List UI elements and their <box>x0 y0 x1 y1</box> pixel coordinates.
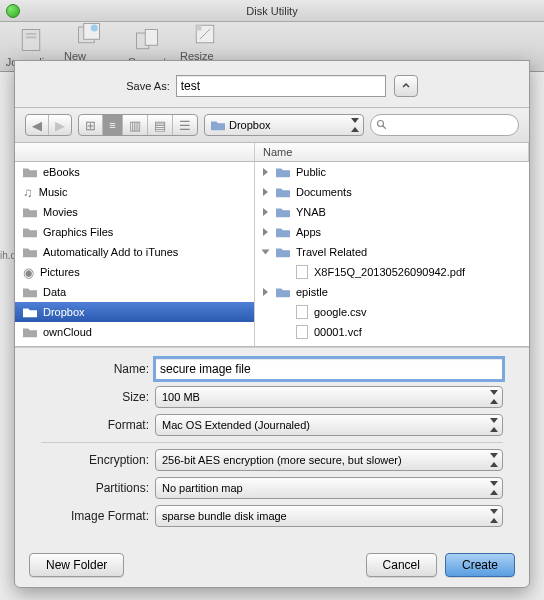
file-item-label: Documents <box>296 186 352 198</box>
sidebar-item-label: Graphics Files <box>43 226 113 238</box>
folder-icon <box>23 246 37 258</box>
sidebar-item[interactable]: Data <box>15 282 254 302</box>
file-item[interactable]: todo <box>255 342 529 346</box>
save-as-label: Save As: <box>126 80 169 92</box>
file-icon <box>296 305 308 319</box>
search-field[interactable] <box>370 114 519 136</box>
disclosure-icon[interactable] <box>263 288 268 296</box>
folder-icon <box>276 226 290 238</box>
column-name[interactable]: Name <box>255 143 529 161</box>
forward-button[interactable]: ▶ <box>49 115 71 135</box>
svg-rect-7 <box>145 29 157 45</box>
camera-icon: ◉ <box>23 265 34 280</box>
location-popup[interactable]: Dropbox <box>204 114 364 136</box>
sidebar-item[interactable]: ownCloud <box>15 322 254 342</box>
folder-icon <box>211 119 225 131</box>
view-icon-button[interactable]: ⊞ <box>79 115 103 135</box>
file-icon <box>296 325 308 339</box>
file-item-label: google.csv <box>314 306 367 318</box>
column-spacer <box>15 143 255 161</box>
format-label: Format: <box>41 418 149 432</box>
sidebar-item[interactable]: Graphics Files <box>15 222 254 242</box>
folder-icon <box>23 166 37 178</box>
folder-icon <box>23 326 37 338</box>
view-columns-button[interactable]: ▥ <box>123 115 148 135</box>
file-item-label: 00001.vcf <box>314 326 362 338</box>
file-list-pane[interactable]: PublicDocumentsYNABAppsTravel RelatedX8F… <box>255 162 529 346</box>
disclosure-icon[interactable] <box>262 250 270 255</box>
folder-icon <box>276 246 290 258</box>
partitions-label: Partitions: <box>41 481 149 495</box>
file-item[interactable]: YNAB <box>255 202 529 222</box>
sidebar-pane[interactable]: eBooks♫MusicMoviesGraphics FilesAutomati… <box>15 162 255 346</box>
sidebar-item[interactable]: Google Drive <box>15 342 254 346</box>
folder-icon <box>276 206 290 218</box>
traffic-light-green[interactable] <box>6 4 20 18</box>
disclosure-icon[interactable] <box>263 228 268 236</box>
disclosure-icon[interactable] <box>263 208 268 216</box>
new-folder-button[interactable]: New Folder <box>29 553 124 577</box>
save-sheet: Save As: ◀ ▶ ⊞ ≡ ▥ ▤ ☰ Dropbox Name eBoo… <box>14 60 530 588</box>
sidebar-item-label: Dropbox <box>43 306 85 318</box>
svg-rect-0 <box>22 29 40 50</box>
name-label: Name: <box>41 362 149 376</box>
file-item[interactable]: Public <box>255 162 529 182</box>
file-item-label: epistle <box>296 286 328 298</box>
file-item[interactable]: Apps <box>255 222 529 242</box>
sidebar-item[interactable]: Movies <box>15 202 254 222</box>
folder-icon <box>276 186 290 198</box>
sidebar-item[interactable]: eBooks <box>15 162 254 182</box>
file-item-label: Public <box>296 166 326 178</box>
file-item[interactable]: Travel Related <box>255 242 529 262</box>
image-format-popup[interactable]: sparse bundle disk image <box>155 505 503 527</box>
file-item[interactable]: Documents <box>255 182 529 202</box>
size-label: Size: <box>41 390 149 404</box>
sidebar-item-label: Pictures <box>40 266 80 278</box>
save-as-input[interactable] <box>176 75 386 97</box>
disclosure-icon[interactable] <box>263 188 268 196</box>
window-titlebar: Disk Utility <box>0 0 544 22</box>
file-item-label: Apps <box>296 226 321 238</box>
partitions-popup[interactable]: No partition map <box>155 477 503 499</box>
sidebar-item-label: Automatically Add to iTunes <box>43 246 178 258</box>
column-headers: Name <box>15 143 529 162</box>
browser-toolbar: ◀ ▶ ⊞ ≡ ▥ ▤ ☰ Dropbox <box>15 107 529 143</box>
view-mode[interactable]: ⊞ ≡ ▥ ▤ ☰ <box>78 114 198 136</box>
file-item[interactable]: X8F15Q_20130526090942.pdf <box>255 262 529 282</box>
sheet-footer: New Folder Cancel Create <box>15 543 529 587</box>
name-input[interactable] <box>155 358 503 380</box>
file-item[interactable]: google.csv <box>255 302 529 322</box>
nav-back-forward[interactable]: ◀ ▶ <box>25 114 72 136</box>
svg-rect-2 <box>26 36 37 38</box>
view-coverflow-button[interactable]: ▤ <box>148 115 173 135</box>
sidebar-item-label: ownCloud <box>43 326 92 338</box>
sidebar-item[interactable]: ◉Pictures <box>15 262 254 282</box>
folder-icon <box>276 286 290 298</box>
folder-icon <box>23 286 37 298</box>
file-item[interactable]: epistle <box>255 282 529 302</box>
view-extra-button[interactable]: ☰ <box>173 115 197 135</box>
folder-icon <box>276 166 290 178</box>
file-icon <box>296 265 308 279</box>
sidebar-item[interactable]: Automatically Add to iTunes <box>15 242 254 262</box>
expand-toggle-button[interactable] <box>394 75 418 97</box>
image-format-label: Image Format: <box>41 509 149 523</box>
svg-point-5 <box>91 24 98 31</box>
cancel-button[interactable]: Cancel <box>366 553 437 577</box>
sidebar-item[interactable]: ♫Music <box>15 182 254 202</box>
folder-icon <box>23 206 37 218</box>
encryption-popup[interactable]: 256-bit AES encryption (more secure, but… <box>155 449 503 471</box>
create-button[interactable]: Create <box>445 553 515 577</box>
size-popup[interactable]: 100 MB <box>155 386 503 408</box>
location-label: Dropbox <box>229 119 271 131</box>
svg-rect-1 <box>26 33 37 35</box>
format-popup[interactable]: Mac OS Extended (Journaled) <box>155 414 503 436</box>
options-panel: Name: Size: 100 MB Format: Mac OS Extend… <box>15 347 529 543</box>
back-button[interactable]: ◀ <box>26 115 49 135</box>
sidebar-item[interactable]: Dropbox <box>15 302 254 322</box>
view-list-button[interactable]: ≡ <box>103 115 123 135</box>
file-item[interactable]: 00001.vcf <box>255 322 529 342</box>
folder-icon <box>23 306 37 318</box>
disclosure-icon[interactable] <box>263 168 268 176</box>
search-icon <box>376 119 388 131</box>
